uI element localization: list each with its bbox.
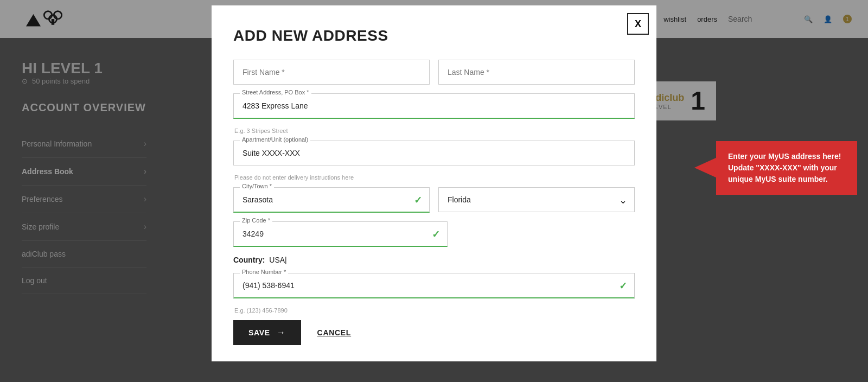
- add-address-modal: X ADD NEW ADDRESS Street Address, PO Box…: [212, 5, 656, 361]
- cancel-button[interactable]: CANCEL: [317, 328, 352, 337]
- city-valid-icon: ✓: [414, 194, 422, 206]
- phone-row: Phone Number * ✓: [233, 273, 635, 298]
- street-row: Street Address, PO Box *: [233, 93, 635, 119]
- form-buttons: SAVE → CANCEL: [233, 320, 635, 345]
- city-state-row: City/Town * ✓ Florida ⌄: [233, 187, 635, 213]
- modal-overlay: X ADD NEW ADDRESS Street Address, PO Box…: [0, 0, 868, 382]
- last-name-group: [438, 60, 635, 85]
- city-group: City/Town * ✓: [233, 187, 430, 213]
- state-group: Florida ⌄: [438, 187, 635, 213]
- zip-valid-icon: ✓: [432, 228, 440, 240]
- myus-tooltip: Enter your MyUS address here! Update "XX…: [716, 141, 857, 195]
- save-button[interactable]: SAVE →: [233, 320, 301, 345]
- state-select[interactable]: Florida: [438, 187, 635, 212]
- country-row: Country: USA|: [233, 256, 635, 264]
- first-name-group: [233, 60, 430, 85]
- phone-label: Phone Number *: [240, 269, 288, 275]
- phone-hint: E.g. (123) 456-7890: [233, 307, 635, 314]
- country-label: Country:: [233, 256, 265, 264]
- apartment-group: Apartment/Unit (optional): [233, 141, 635, 165]
- name-row: [233, 60, 635, 85]
- zip-input[interactable]: [233, 221, 448, 247]
- street-input[interactable]: [233, 93, 635, 119]
- phone-input[interactable]: [233, 273, 635, 298]
- phone-group: Phone Number * ✓: [233, 273, 635, 298]
- save-arrow-icon: →: [277, 328, 286, 338]
- apartment-input[interactable]: [233, 141, 635, 165]
- modal-close-button[interactable]: X: [627, 13, 649, 35]
- zip-label: Zip Code *: [240, 217, 272, 224]
- zip-group: Zip Code * ✓: [233, 221, 448, 247]
- zip-row: Zip Code * ✓: [233, 221, 635, 247]
- save-label: SAVE: [248, 328, 270, 337]
- phone-valid-icon: ✓: [619, 280, 627, 292]
- city-label: City/Town *: [240, 183, 274, 189]
- apartment-row: Apartment/Unit (optional): [233, 141, 635, 165]
- street-label: Street Address, PO Box *: [240, 89, 311, 96]
- apartment-warning: Please do not enter delivery instruction…: [233, 174, 635, 181]
- city-input[interactable]: [233, 187, 430, 213]
- first-name-input[interactable]: [233, 60, 430, 85]
- apartment-label: Apartment/Unit (optional): [240, 136, 310, 143]
- last-name-input[interactable]: [438, 60, 635, 85]
- street-hint: E.g. 3 Stripes Street: [233, 128, 635, 134]
- modal-title: ADD NEW ADDRESS: [233, 27, 635, 44]
- country-value: USA|: [269, 256, 286, 264]
- street-group: Street Address, PO Box *: [233, 93, 635, 119]
